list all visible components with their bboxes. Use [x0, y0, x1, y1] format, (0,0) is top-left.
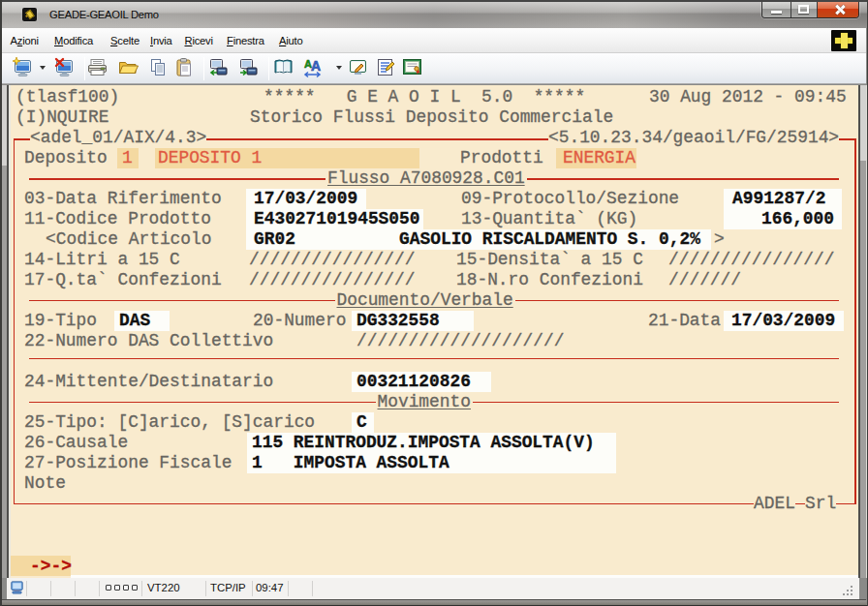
svg-text:A: A	[311, 58, 321, 74]
